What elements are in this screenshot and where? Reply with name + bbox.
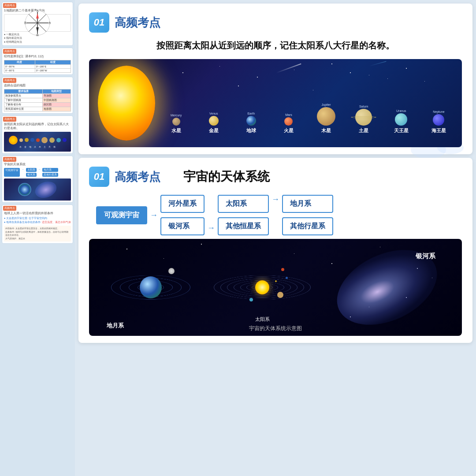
saturn-en: Saturn — [359, 105, 368, 108]
planet-uranus: Uranus 天王星 — [383, 109, 420, 134]
flow-arrow-1: → — [150, 211, 158, 220]
svg-text:南: 南 — [36, 34, 39, 36]
section-title-2: 高频考点 — [115, 169, 160, 185]
card-cosmic-flow: 可观测宇宙 → 太阳系 银河系 → 地月系 其他行星系 — [4, 168, 71, 177]
card-body-4: 按照距离太阳从近到远的顺序，记住太阳系八大行星名称。 — [4, 122, 71, 130]
sidebar-card-1[interactable]: 高频考点 3.地图的第二个基本要素: 方向 北 南 西 东 ● 一般定向法 ● … — [2, 2, 73, 46]
mars-zh: 火星 — [284, 127, 294, 134]
sidebar-card-2[interactable]: 高频考点 经纬度辨别(注: 课本P10, 112) 纬度经度 0°~90°N0°… — [2, 48, 73, 75]
svg-text:东: 东 — [48, 21, 51, 24]
uranus-en: Uranus — [396, 109, 406, 112]
card-tag-5: 高频考点 — [3, 157, 16, 162]
mercury-ball — [172, 118, 180, 126]
planet-saturn: Saturn 土星 — [345, 105, 383, 134]
card-body-2: 经纬度辨别(注: 课本P10, 112) — [4, 54, 71, 58]
card-body-3: 选择合适的地图 — [4, 83, 71, 87]
flow-branches: 河外星系 银河系 — [160, 195, 205, 235]
flow-qitahenx: 其他恒星系 — [218, 217, 269, 235]
venus-ball — [209, 116, 219, 126]
flow-sub-branches: 太阳系 其他恒星系 — [218, 195, 269, 235]
taiyangxi-label: 太阳系 — [255, 316, 270, 323]
card-tag-2: 高频考点 — [3, 49, 16, 54]
planet-mercury: Mercury 水星 — [157, 114, 195, 134]
mars-vis — [281, 268, 284, 271]
earth-system-vis: 地月系 — [102, 243, 199, 331]
planet-earth: Earth 地球 — [232, 112, 270, 134]
card-tag-4: 高频考点 — [3, 117, 16, 122]
saturn-zh: 土星 — [359, 127, 368, 134]
diyuxi-label: 地月系 — [107, 322, 124, 330]
card-table-2: 纬度经度 0°~90°N0°~180°E 0°~90°S0°~180°W — [4, 60, 71, 73]
saturn-ring — [351, 116, 376, 119]
intro-text-1: 按照距离太阳从近到远的顺序，记住太阳系八大行星的名称。 — [89, 39, 462, 52]
earth-en: Earth — [247, 112, 255, 115]
section-num-1: 01 — [89, 12, 109, 33]
planet-neptune: Neptune 海王星 — [420, 110, 457, 134]
jupiter-en: Jupiter — [322, 103, 331, 106]
svg-text:北: 北 — [36, 10, 39, 12]
sun-vis — [255, 280, 269, 294]
card-body-6: 地球上人类一切活动所需的外部条件 — [4, 211, 71, 215]
uranus-zh: 天王星 — [394, 127, 409, 134]
card-tag-1: 高频考点 — [3, 3, 16, 8]
galaxy-caption: 宇宙的天体系统示意图 — [249, 325, 302, 332]
card-cosmic-img — [4, 178, 71, 201]
venus-en: Venus — [209, 112, 218, 115]
planet-venus: Venus 金星 — [195, 112, 232, 134]
jupiter-zh: 木星 — [321, 127, 331, 134]
flow-arrow-3: → — [271, 195, 279, 204]
card-tag-6: 高频考点 — [3, 206, 16, 211]
galaxy-vis: 银河系 — [325, 243, 449, 331]
neptune-zh: 海王星 — [431, 127, 446, 134]
sidebar-card-5[interactable]: 高频考点 宇宙的天体系统 可观测宇宙 → 太阳系 银河系 → 地月系 其他行星系 — [2, 156, 73, 203]
galaxy-banner: 地月系 太阳系 — [89, 239, 462, 336]
card-tag-3: 高频考点 — [3, 78, 16, 83]
section-title-1: 高频考点 — [115, 15, 160, 30]
comet-2 — [369, 61, 386, 66]
neptune-ball — [433, 114, 444, 126]
mars-en: Mars — [285, 113, 292, 116]
uranus-vis — [249, 298, 253, 301]
section-header-1: 01 高频考点 — [89, 12, 462, 33]
solar-system-vis: 太阳系 — [209, 243, 315, 331]
earth-vis-2 — [286, 277, 288, 279]
card-earth-cond: ● 太金星的宇宙位置: 位于宇宙空间内 ● 地球自身具备生命存在的条件: 适宜温… — [4, 216, 71, 224]
yinhexi-label: 银河系 — [416, 252, 435, 260]
mercury-en: Mercury — [171, 114, 182, 117]
mars-ball — [284, 117, 293, 126]
uranus-ball — [395, 113, 407, 126]
card-table-3: 需求场景地图类型 旅游参观景点导游图 了解中国铁路中国铁路图 了解各省分布政区图… — [4, 89, 71, 112]
earth-zh: 地球 — [246, 127, 256, 134]
card-earth-ext: 外部条件: 太金星的宇宙位置安全，太阳光照相对稳定。 自身条件: 地球与太阳距离… — [4, 226, 71, 242]
flow-root: 可观测宇宙 — [96, 206, 147, 224]
earth-vis — [140, 276, 162, 298]
neptune-en: Neptune — [433, 110, 444, 113]
jupiter-ball — [317, 107, 335, 126]
flow-diagram: 可观测宇宙 → 河外星系 银河系 → 太阳系 其他恒星系 → 地月系 其他行星 — [89, 191, 462, 239]
flow-arrow-2: → — [207, 223, 215, 233]
jupiter-vis — [277, 292, 283, 298]
solar-system-banner: Mercury 水星 Venus 金星 Earth 地球 — [89, 59, 462, 147]
earth-ball — [246, 116, 256, 126]
venus-zh: 金星 — [209, 127, 219, 134]
planet-mars: Mars 火星 — [270, 113, 307, 134]
planets-row: Mercury 水星 Venus 金星 Earth 地球 — [157, 103, 457, 134]
card-solar-img: 水金地火木土天海 — [4, 132, 71, 152]
planet-jupiter: Jupiter 木星 — [308, 103, 345, 134]
sidebar-card-6[interactable]: 高频考点 地球上人类一切活动所需的外部条件 ● 太金星的宇宙位置: 位于宇宙空间… — [2, 205, 73, 244]
sidebar-card-4[interactable]: 高频考点 按照距离太阳从近到远的顺序，记住太阳系八大行星名称。 水金地火木土天海 — [2, 115, 73, 154]
comet-1 — [276, 63, 301, 73]
flow-sub-sub-branches: 地月系 其他行星系 — [282, 195, 333, 235]
main-content: 01 高频考点 按照距离太阳从近到远的顺序，记住太阳系八大行星的名称。 — [75, 0, 476, 476]
venus-vis — [275, 280, 277, 282]
card-compass-img: 北 南 西 东 — [4, 14, 71, 32]
mercury-zh: 水星 — [171, 127, 181, 134]
svg-text:西: 西 — [24, 22, 26, 24]
slide-2: 01 高频考点 宇宙的天体系统 可观测宇宙 → 河外星系 银河系 → 太阳系 其… — [78, 158, 472, 343]
compass-svg: 北 南 西 东 — [24, 10, 51, 36]
slide2-header: 01 高频考点 宇宙的天体系统 — [89, 167, 462, 187]
flow-hewaix: 河外星系 — [160, 195, 205, 213]
section-num-2: 01 — [89, 167, 109, 187]
sidebar-card-3[interactable]: 高频考点 选择合适的地图 需求场景地图类型 旅游参观景点导游图 了解中国铁路中国… — [2, 77, 73, 114]
flow-taiyangxi: 太阳系 — [218, 195, 269, 213]
